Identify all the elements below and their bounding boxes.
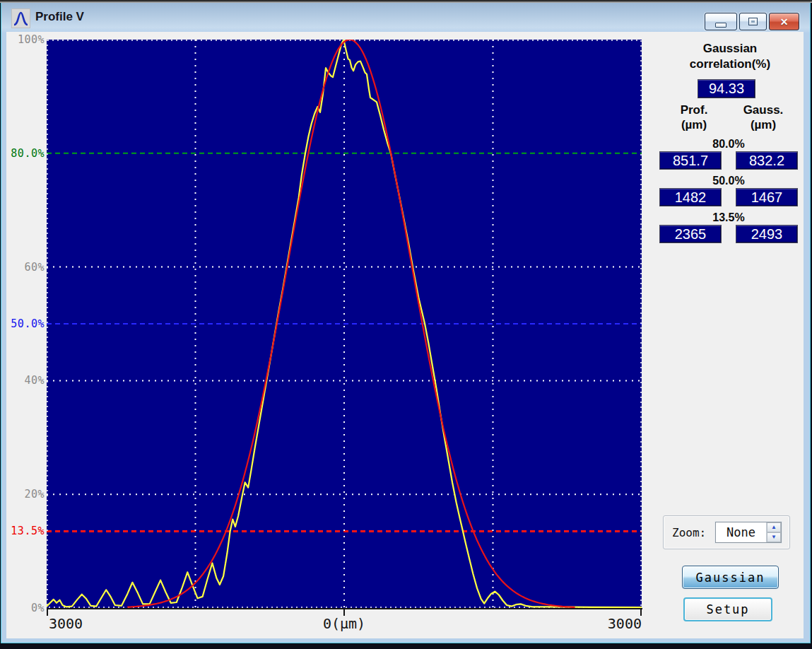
gaussian-correlation-label: Gaussian correlation(%) xyxy=(659,41,801,72)
width-row-13.5%: 13.5%23652493 xyxy=(659,211,798,243)
zoom-spinner[interactable]: None ▲ ▼ xyxy=(715,522,782,543)
maximize-button[interactable] xyxy=(739,13,767,30)
y-axis-label-13.5%: 13.5% xyxy=(8,525,45,537)
window-top-edge-highlight xyxy=(0,1,812,3)
bell-curve-icon xyxy=(12,9,30,28)
gauss-value: 832.2 xyxy=(736,151,798,170)
y-axis-label-100%: 100% xyxy=(8,33,45,46)
width-row-50.0%: 50.0%14821467 xyxy=(659,175,798,206)
gaussian-correlation-label-line1: Gaussian xyxy=(659,41,801,57)
prof-value: 1482 xyxy=(659,188,722,206)
minimize-icon xyxy=(715,23,726,28)
window-buttons: ✕ xyxy=(705,13,799,30)
close-icon: ✕ xyxy=(780,17,789,27)
x-axis-tick-left xyxy=(47,608,48,616)
gauss-value: 1467 xyxy=(736,188,798,206)
maximize-icon xyxy=(748,18,758,25)
level-label: 80.0% xyxy=(659,138,798,149)
zoom-label: Zoom: xyxy=(672,526,706,539)
x-axis-label-right: 3000 xyxy=(589,615,642,632)
arrow-up-icon: ▲ xyxy=(771,525,777,530)
zoom-spin-up-button[interactable]: ▲ xyxy=(767,522,781,532)
app-icon xyxy=(11,8,30,28)
y-axis-label-50.0%: 50.0% xyxy=(8,317,45,330)
titlebar[interactable]: Profile V ✕ xyxy=(1,2,810,33)
y-axis-label-0%: 0% xyxy=(8,602,45,614)
width-table-headers: Prof. (µm) Gauss. (µm) xyxy=(659,103,798,132)
gauss-value: 2493 xyxy=(736,225,798,243)
zoom-groupbox: Zoom: None ▲ ▼ xyxy=(663,515,790,549)
minimize-button[interactable] xyxy=(705,13,737,30)
level-values: 23652493 xyxy=(659,225,798,243)
y-axis-label-60%: 60% xyxy=(8,261,45,274)
zoom-value[interactable]: None xyxy=(716,522,766,542)
prof-column-header: Prof. (µm) xyxy=(659,103,729,132)
prof-value: 851.7 xyxy=(659,151,722,170)
width-row-80.0%: 80.0%851.7832.2 xyxy=(659,138,798,170)
x-axis-label-left: 3000 xyxy=(49,615,83,632)
level-values: 851.7832.2 xyxy=(659,151,798,170)
window-title: Profile V xyxy=(35,10,84,24)
setup-button[interactable]: Setup xyxy=(683,597,772,621)
beam-profile-plot xyxy=(47,40,642,608)
zoom-spin-buttons: ▲ ▼ xyxy=(766,522,781,542)
close-button[interactable]: ✕ xyxy=(769,13,799,30)
y-axis-label-40%: 40% xyxy=(8,374,45,387)
level-label: 50.0% xyxy=(659,175,798,186)
y-axis-label-20%: 20% xyxy=(8,488,45,501)
y-axis-label-80.0%: 80.0% xyxy=(8,147,45,160)
arrow-down-icon: ▼ xyxy=(771,534,777,540)
width-table: 80.0%851.7832.250.0%1482146713.5%2365249… xyxy=(659,138,798,248)
level-label: 13.5% xyxy=(659,211,798,223)
client-area: 100%80.0%60%50.0%40%20%13.5%0% 3000 0(µm… xyxy=(6,32,804,638)
x-axis-label-center: 0(µm) xyxy=(291,615,397,632)
window-glass-frame: Profile V ✕ 100%80.0%60%50.0%40%20%13.5%… xyxy=(1,2,810,643)
gaussian-button[interactable]: Gaussian xyxy=(682,566,779,589)
zoom-spin-down-button[interactable]: ▼ xyxy=(767,532,781,542)
prof-value: 2365 xyxy=(659,225,722,243)
gauss-column-header: Gauss. (µm) xyxy=(729,103,798,132)
gaussian-correlation-value: 94.33 xyxy=(698,79,755,98)
level-values: 14821467 xyxy=(659,188,798,206)
gaussian-correlation-label-line2: correlation(%) xyxy=(659,57,801,72)
